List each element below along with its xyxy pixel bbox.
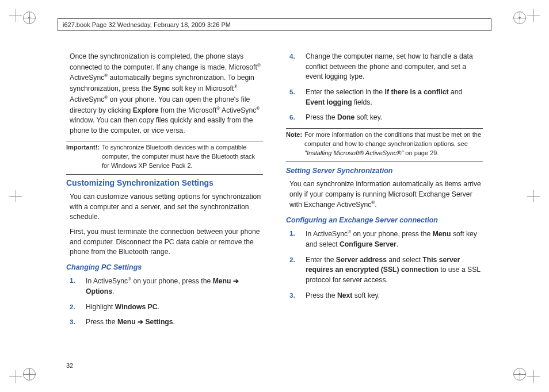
menu-label: Menu — [213, 277, 231, 285]
page-number: 32 — [66, 362, 73, 369]
menu-label: Menu — [117, 318, 136, 326]
text: In ActiveSync — [306, 230, 348, 238]
crop-mark — [527, 190, 540, 202]
important-label: Important!: — [66, 143, 100, 171]
text: . — [396, 240, 398, 248]
registration-mark-icon — [513, 368, 526, 381]
text: and — [449, 88, 463, 96]
step-number: 1. — [289, 229, 295, 239]
conflict-label: If there is a conflict — [385, 88, 449, 96]
header-frame: i627.book Page 32 Wednesday, February 18… — [58, 18, 491, 31]
divider — [286, 162, 483, 162]
text: soft key in Microsoft — [172, 84, 234, 93]
sync-label: Sync — [153, 84, 170, 93]
text: You can synchronize information automati… — [289, 180, 481, 209]
text: Change the computer name, set how to han… — [306, 52, 473, 80]
registered-mark: ® — [257, 63, 261, 68]
section-heading-customizing: Customizing Synchronization Settings — [66, 177, 263, 189]
customize-p1: You can customize various setting option… — [70, 192, 263, 222]
text: . — [112, 287, 114, 295]
step-number: 2. — [289, 255, 295, 265]
event-logging-label: Event logging — [306, 98, 352, 106]
step-number: 6. — [289, 113, 295, 122]
step-5: 5. Enter the selection in the If there i… — [303, 87, 483, 107]
step-6: 6. Press the Done soft key. — [303, 113, 483, 123]
step-number: 2. — [70, 302, 75, 312]
important-note: Important!: To synchronize Bluetooth dev… — [66, 143, 263, 171]
text: ActiveSync — [70, 95, 104, 103]
text: For more information on the conditions t… — [304, 131, 481, 147]
step-number: 1. — [70, 276, 75, 286]
server-address-label: Server address — [336, 256, 387, 264]
subheading-changing-pc: Changing PC Settings — [66, 262, 263, 272]
menu-label: Menu — [433, 230, 451, 238]
registration-mark-icon — [23, 11, 36, 24]
text: . — [158, 303, 159, 311]
divider — [66, 174, 263, 175]
registration-mark-icon — [513, 11, 526, 24]
text: on your phone, press the — [351, 230, 433, 238]
step-1: 1. In ActiveSync® on your phone, press t… — [83, 276, 263, 297]
crop-mark — [9, 9, 22, 22]
step-3: 3. Press the Menu ➔ Settings. — [83, 317, 263, 328]
left-column: Once the synchronization is completed, t… — [66, 52, 263, 358]
pc-steps-list: 1. In ActiveSync® on your phone, press t… — [77, 276, 263, 328]
text: Highlight — [86, 303, 115, 311]
text: soft key. — [352, 291, 380, 299]
text: window. You can then copy files quickly … — [70, 116, 253, 134]
pc-steps-continued: 4. Change the computer name, set how to … — [296, 52, 483, 123]
crop-mark — [9, 190, 22, 202]
text: on page 29. — [403, 149, 439, 156]
text: . — [375, 201, 376, 209]
intro-paragraph: Once the synchronization is completed, t… — [70, 52, 263, 136]
done-label: Done — [337, 113, 354, 121]
cross-reference: "Installing Microsoft® ActiveSync®" — [304, 149, 403, 156]
text: ActiveSync — [70, 74, 104, 82]
text: Press the — [306, 113, 337, 121]
header-text: i627.book Page 32 Wednesday, February 18… — [63, 21, 231, 28]
text: Enter the — [306, 256, 336, 264]
registered-mark: ® — [256, 106, 260, 111]
next-label: Next — [337, 291, 352, 299]
step-1: 1. In ActiveSync® on your phone, press t… — [303, 229, 483, 249]
step-number: 3. — [289, 291, 295, 301]
note: Note: For more information on the condit… — [286, 130, 483, 158]
note-label: Note: — [286, 130, 302, 158]
registered-mark: ® — [104, 73, 108, 78]
configure-server-label: Configure Server — [340, 240, 396, 248]
text: on your phone, press the — [131, 277, 213, 285]
settings-label: Settings — [145, 318, 173, 326]
text: Press the — [86, 318, 117, 326]
text: and select — [387, 256, 422, 264]
registered-mark: ® — [234, 84, 237, 89]
crop-mark — [9, 370, 22, 383]
text: Enter the selection in the — [306, 88, 385, 96]
step-number: 4. — [289, 52, 295, 62]
arrow-icon: ➔ — [231, 277, 239, 285]
step-3: 3. Press the Next soft key. — [303, 291, 483, 301]
registration-mark-icon — [23, 368, 36, 381]
text: Press the — [306, 291, 337, 299]
explore-label: Explore — [133, 106, 159, 114]
step-2: 2. Highlight Windows PC. — [83, 302, 263, 313]
step-number: 5. — [289, 87, 295, 97]
options-label: Options — [86, 287, 112, 295]
text: Once the synchronization is completed, t… — [70, 52, 257, 71]
windows-pc-label: Windows PC — [115, 303, 158, 311]
divider — [66, 141, 263, 141]
subheading-server-sync: Setting Server Synchronization — [286, 166, 483, 176]
text: fields. — [352, 98, 372, 106]
exchange-steps-list: 1. In ActiveSync® on your phone, press t… — [296, 229, 483, 301]
step-number: 3. — [70, 317, 75, 327]
text: soft key. — [354, 113, 382, 121]
step-2: 2. Enter the Server address and select T… — [303, 255, 483, 286]
right-column: 4. Change the computer name, set how to … — [286, 52, 483, 358]
note-text: For more information on the conditions t… — [304, 130, 483, 158]
important-text: To synchronize Bluetooth devices with a … — [102, 143, 263, 171]
text: from the Microsoft — [161, 106, 217, 114]
page-content: Once the synchronization is completed, t… — [66, 52, 483, 358]
registered-mark: ® — [104, 95, 108, 100]
subheading-exchange-config: Configuring an Exchange Server connectio… — [286, 215, 483, 225]
registered-mark: ® — [216, 106, 220, 111]
text: ActiveSync — [222, 106, 256, 114]
